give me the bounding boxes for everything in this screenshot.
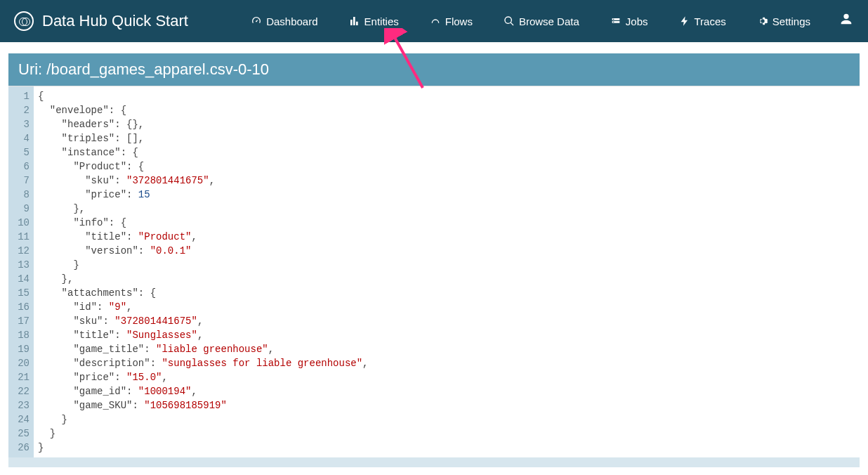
uri-value: /board_games_apparel.csv-0-10 — [46, 60, 269, 78]
code-line: "price": "15.0", — [38, 370, 369, 384]
code-line: "Product": { — [38, 160, 369, 174]
code-line: "sku": "372801441675", — [38, 174, 369, 188]
flows-icon — [430, 15, 441, 27]
line-number: 26 — [8, 441, 29, 455]
code-line: "title": "Product", — [38, 230, 369, 244]
code-line: "version": "0.0.1" — [38, 244, 369, 258]
line-number: 7 — [8, 174, 29, 188]
nav-flows-label: Flows — [445, 15, 473, 27]
line-number: 2 — [8, 103, 29, 117]
nav-traces-label: Traces — [695, 15, 726, 27]
line-number: 17 — [8, 314, 29, 328]
line-number: 8 — [8, 188, 29, 202]
traces-icon — [679, 15, 690, 27]
nav-entities[interactable]: Entities — [334, 15, 414, 27]
line-gutter: 1234567891011121314151617181920212223242… — [8, 86, 34, 457]
nav-browse[interactable]: Browse Data — [488, 15, 595, 27]
app-title: Data Hub Quick Start — [42, 12, 188, 30]
code-line: "description": "sunglasses for liable gr… — [38, 356, 369, 370]
line-number: 5 — [8, 145, 29, 160]
line-number: 15 — [8, 286, 29, 300]
search-icon — [504, 15, 515, 27]
code-line: "game_SKU": "105698185919" — [38, 398, 369, 412]
editor-footer — [8, 457, 860, 467]
line-number: 4 — [8, 131, 29, 145]
code-line: "headers": {}, — [38, 117, 369, 131]
code-line: } — [38, 441, 369, 455]
code-line: "game_title": "liable greenhouse", — [38, 342, 369, 356]
line-number: 23 — [8, 398, 29, 412]
code-line: "instance": { — [38, 145, 369, 160]
line-number: 22 — [8, 384, 29, 398]
code-line: "game_id": "1000194", — [38, 384, 369, 398]
line-number: 16 — [8, 300, 29, 314]
line-number: 18 — [8, 328, 29, 342]
brand: Data Hub Quick Start — [14, 11, 188, 31]
code-line: "info": { — [38, 216, 369, 230]
line-number: 11 — [8, 230, 29, 244]
code-line: "envelope": { — [38, 103, 369, 117]
line-number: 3 — [8, 117, 29, 131]
nav-settings[interactable]: Settings — [742, 15, 826, 27]
code-editor[interactable]: 1234567891011121314151617181920212223242… — [8, 86, 860, 457]
line-number: 25 — [8, 427, 29, 441]
code-line: }, — [38, 272, 369, 286]
code-line: } — [38, 258, 369, 272]
code-line: "price": 15 — [38, 188, 369, 202]
nav-browse-label: Browse Data — [519, 15, 579, 27]
page-content: Uri: /board_games_apparel.csv-0-10 12345… — [0, 42, 868, 475]
top-navbar: Data Hub Quick Start Dashboard Entities … — [0, 0, 868, 42]
line-number: 9 — [8, 202, 29, 216]
nav-flows[interactable]: Flows — [414, 15, 488, 27]
line-number: 24 — [8, 412, 29, 427]
nav-menu: Dashboard Entities Flows Browse Data Job… — [235, 11, 854, 31]
line-number: 1 — [8, 89, 29, 103]
code-line: { — [38, 89, 369, 103]
dashboard-icon — [251, 15, 262, 27]
uri-bar: Uri: /board_games_apparel.csv-0-10 — [8, 53, 860, 86]
line-number: 19 — [8, 342, 29, 356]
line-number: 20 — [8, 356, 29, 370]
uri-label: Uri: — [18, 60, 46, 78]
code-line: "attachments": { — [38, 286, 369, 300]
profile-menu[interactable] — [839, 11, 854, 31]
logo-icon — [14, 11, 34, 31]
code-content: { "envelope": { "headers": {}, "triples"… — [34, 86, 369, 457]
entities-icon — [349, 15, 360, 27]
nav-dashboard[interactable]: Dashboard — [235, 15, 333, 27]
user-icon — [839, 11, 854, 27]
line-number: 13 — [8, 258, 29, 272]
nav-traces[interactable]: Traces — [664, 15, 742, 27]
line-number: 21 — [8, 370, 29, 384]
line-number: 6 — [8, 160, 29, 174]
code-line: "title": "Sunglasses", — [38, 328, 369, 342]
code-line: "sku": "372801441675", — [38, 314, 369, 328]
code-line: "triples": [], — [38, 131, 369, 145]
nav-settings-label: Settings — [772, 15, 810, 27]
line-number: 12 — [8, 244, 29, 258]
code-line: }, — [38, 202, 369, 216]
gear-icon — [757, 15, 768, 27]
line-number: 14 — [8, 272, 29, 286]
nav-jobs-label: Jobs — [626, 15, 648, 27]
nav-jobs[interactable]: Jobs — [595, 15, 664, 27]
nav-entities-label: Entities — [364, 15, 399, 27]
code-line: "id": "9", — [38, 300, 369, 314]
code-line: } — [38, 412, 369, 427]
code-line: } — [38, 427, 369, 441]
nav-dashboard-label: Dashboard — [266, 15, 317, 27]
jobs-icon — [610, 15, 622, 27]
line-number: 10 — [8, 216, 29, 230]
